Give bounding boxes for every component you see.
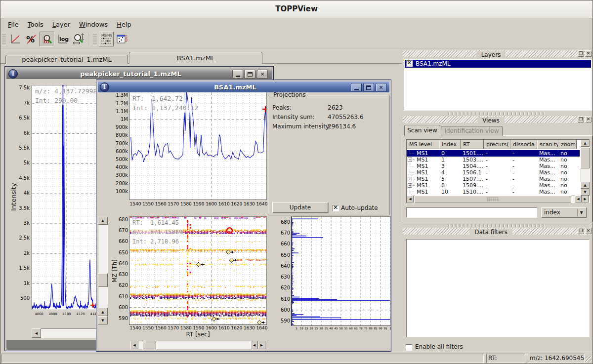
table-vscroll-slider[interactable] xyxy=(581,148,590,168)
menu-tools[interactable]: Tools xyxy=(23,20,48,29)
dot-plot-button[interactable] xyxy=(115,32,129,46)
table-hscroll-slider[interactable] xyxy=(415,196,571,202)
w2-chrom-ytick: 1.2M xyxy=(107,101,128,106)
cell-MS level: MS1 xyxy=(415,176,439,182)
datafilters-close-button[interactable]: ✕ xyxy=(585,228,592,234)
w2-proj-xtick: 25 xyxy=(314,326,319,330)
cell-index: 1 xyxy=(439,157,461,163)
table-hscroll-right-button[interactable]: ▶ xyxy=(582,196,589,202)
child-window-bsa1[interactable]: T BSA1.mzML ✕ 100k200k300k400k500k600k70… xyxy=(96,80,391,352)
maximize-button[interactable] xyxy=(245,70,255,79)
table-row[interactable]: MS141506.1--Mas...no xyxy=(407,169,580,176)
views-dock-header[interactable]: Views ❐ ✕ xyxy=(403,116,592,123)
combobox-arrow-icon: ▼ xyxy=(577,209,585,216)
datafilters-dock-header[interactable]: Data filters ❐ ✕ xyxy=(403,228,592,235)
w2-vscroll-up2-button[interactable]: ▲ xyxy=(98,308,108,316)
table-row[interactable]: +MS111503....--Mas...no xyxy=(407,157,580,163)
views-float-button[interactable]: ❐ xyxy=(578,116,584,122)
w2-heat-xtick: 1570 xyxy=(167,325,180,330)
minimize-button[interactable] xyxy=(351,83,362,92)
column-header-precurs([interactable]: precurs( xyxy=(484,140,510,149)
menu-help[interactable]: Help xyxy=(112,20,136,29)
column-header-scan ty[interactable]: scan ty xyxy=(537,140,558,149)
mz-projection-plot[interactable] xyxy=(292,217,390,325)
table-row[interactable]: +MS181509....--Mas...no xyxy=(407,182,580,189)
status-mz-field: m/z: 1642.690545 xyxy=(528,354,585,363)
column-header-zoom[interactable]: zoom xyxy=(558,140,577,149)
layer-item-label: BSA1.mzML xyxy=(416,60,451,67)
cell-scan ty: Mas... xyxy=(537,163,558,169)
table-vscroll-up-button[interactable]: ▲ xyxy=(581,140,590,147)
cell-zoom: no xyxy=(558,182,577,189)
resize-grip[interactable] xyxy=(585,356,592,363)
intensity-log-button[interactable]: log xyxy=(55,32,70,46)
column-header-dissocia[interactable]: dissocia xyxy=(510,140,537,149)
w2-hscroll-slider[interactable] xyxy=(143,341,156,349)
close-button[interactable]: ✕ xyxy=(376,83,386,92)
tab-identification-view[interactable]: Identification view xyxy=(441,126,503,136)
cell-scan ty: Mas... xyxy=(537,157,558,163)
auto-update-checkbox[interactable] xyxy=(333,205,339,211)
layers-close-button[interactable]: ✕ xyxy=(585,50,592,57)
w2-heat-readout: RT: 1,614.45m/z: 671.15089Int: 2,718.96 xyxy=(131,218,183,246)
layer-item-bsa1[interactable]: BSA1.mzML xyxy=(405,60,591,68)
cell-index: 4 xyxy=(439,169,461,176)
w2-chrom-xtick: 1630 xyxy=(243,202,255,206)
column-header-RT[interactable]: RT xyxy=(461,140,484,149)
cell-MS level: MS1 xyxy=(415,163,439,169)
menu-layer[interactable]: Layer xyxy=(48,20,75,29)
layers-dock-header[interactable]: Layers ❐ ✕ xyxy=(403,50,592,57)
column-header-index[interactable]: index xyxy=(439,140,461,149)
table-vscroll-down-button[interactable]: ▼ xyxy=(581,189,590,196)
tab-peakpicker_tutorial_1.mzML[interactable]: peakpicker_tutorial_1.mzML xyxy=(5,55,128,64)
column-header-MS level[interactable]: MS level xyxy=(407,140,439,149)
menu-file[interactable]: File xyxy=(3,20,23,29)
enable-all-filters-checkbox[interactable] xyxy=(406,344,412,351)
w2-hscroll-left2-button[interactable]: ◀ xyxy=(251,341,258,349)
table-row[interactable]: +MS151507....--Mas...no xyxy=(407,176,580,182)
w1-hscroll-left-button[interactable]: ◀ xyxy=(32,328,41,338)
layers-list[interactable]: BSA1.mzML xyxy=(404,59,592,111)
toppview-window: TOPPView FileToolsLayerWindowsHelp %logM… xyxy=(0,0,593,364)
w1-xtick: 4080 xyxy=(46,312,60,316)
w1-ytick: 4.5k xyxy=(10,175,30,181)
minimize-button[interactable] xyxy=(232,70,243,79)
table-hscroll-left2-button[interactable]: ◀ xyxy=(575,196,582,202)
intensity-linear-button[interactable] xyxy=(8,32,23,46)
table-hscroll-left-button[interactable]: ◀ xyxy=(407,196,414,202)
layers-float-button[interactable]: ❐ xyxy=(578,50,584,57)
datafilters-list[interactable] xyxy=(406,239,590,337)
w2-vscroll-slider[interactable] xyxy=(98,273,108,287)
w1-ytick: 4k xyxy=(10,190,30,196)
table-row[interactable]: MS101501....--Mas...no xyxy=(407,150,580,157)
tab-BSA1.mzML[interactable]: BSA1.mzML xyxy=(129,52,262,64)
w2-heat-xtick: 1580 xyxy=(179,325,192,330)
msms-view-button[interactable]: MS/MS xyxy=(99,32,114,46)
table-row[interactable]: MS1101510....--Mas...no xyxy=(407,189,580,195)
table-row[interactable]: MS131504....--Mas...no xyxy=(407,163,580,169)
status-bar: RT: m/z: 1642.690545 xyxy=(0,352,593,364)
scan-search-input[interactable] xyxy=(406,207,537,218)
maximize-button[interactable] xyxy=(363,83,374,92)
layer-visibility-checkbox[interactable] xyxy=(406,60,413,67)
peakpicker-titlebar[interactable]: T peakpicker_tutorial_1.mzML ✕ xyxy=(6,68,272,79)
views-close-button[interactable]: ✕ xyxy=(585,116,592,122)
w2-vscroll-down-button[interactable]: ▼ xyxy=(98,316,108,324)
menu-windows[interactable]: Windows xyxy=(75,20,112,29)
intensity-percentage-button[interactable]: % xyxy=(24,32,39,46)
w2-vscroll-up-button[interactable]: ▲ xyxy=(98,217,108,225)
search-column-combobox[interactable]: index ▼ xyxy=(541,207,587,218)
w2-chrom-ytick: 800k xyxy=(107,132,128,138)
w2-hscroll-right-button[interactable]: ▶ xyxy=(258,341,265,349)
table-vscroll-up2-button[interactable]: ▲ xyxy=(581,182,590,189)
close-button[interactable]: ✕ xyxy=(257,70,268,79)
reset-zoom-button[interactable] xyxy=(40,32,54,46)
window-titlebar[interactable]: TOPPView xyxy=(0,0,593,18)
tab-scan-view[interactable]: Scan view xyxy=(404,125,440,136)
zoom-1d-button[interactable] xyxy=(71,32,86,46)
datafilters-float-button[interactable]: ❐ xyxy=(578,228,584,234)
update-button[interactable]: Update xyxy=(272,202,328,213)
bsa1-titlebar[interactable]: T BSA1.mzML ✕ xyxy=(98,81,389,92)
w2-hscroll-left-button[interactable]: ◀ xyxy=(130,341,138,349)
w2-proj-xtick: 50 xyxy=(339,326,343,330)
